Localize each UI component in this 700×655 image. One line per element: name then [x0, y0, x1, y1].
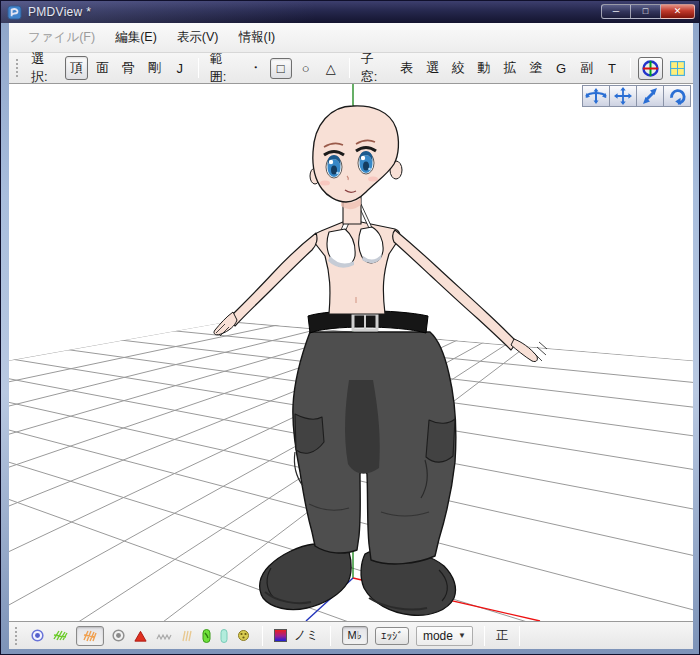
- 3d-viewport[interactable]: [9, 84, 693, 621]
- red-triangle-icon: [133, 629, 148, 643]
- yellow-flower-icon: [236, 628, 251, 643]
- subwin-motion-button[interactable]: 動: [473, 56, 496, 80]
- pmdview-window: PMDView * ─ □ ✕ ファイル(F) 編集(E) 表示(V) 情報(I…: [0, 0, 700, 655]
- orange-hatch-icon: [82, 629, 98, 643]
- gray-radio-toggle[interactable]: [111, 628, 126, 643]
- menu-bar: ファイル(F) 編集(E) 表示(V) 情報(I): [9, 23, 693, 53]
- close-button[interactable]: ✕: [661, 4, 695, 19]
- mode-dropdown-label: mode: [423, 629, 453, 643]
- mode-dropdown[interactable]: mode ▼: [416, 626, 473, 646]
- mb-toggle-button[interactable]: M♭: [342, 626, 368, 645]
- main-toolbar: 選択: 頂 面 骨 剛 J 範囲: ・ □ ○ △ 子窓: 表 選 絞 動 拡 …: [9, 53, 693, 84]
- zoom-view-button[interactable]: [636, 85, 664, 107]
- scene: [9, 84, 693, 621]
- tan-hatch-toggle[interactable]: [180, 629, 194, 643]
- zoom-arrow-icon: [641, 87, 659, 105]
- radio-gray-icon: [111, 628, 126, 643]
- range-triangle-button[interactable]: △: [320, 58, 342, 79]
- select-bone-button[interactable]: 骨: [117, 56, 140, 80]
- select-face-button[interactable]: 面: [91, 56, 114, 80]
- minimize-button[interactable]: ─: [601, 4, 631, 19]
- edge-toggle-button[interactable]: ｴｯｼﾞ: [375, 627, 409, 645]
- chevron-down-icon: ▼: [458, 631, 466, 640]
- toolbar-grip: [16, 59, 21, 77]
- rigid-display-toggle[interactable]: [133, 629, 148, 643]
- quad-view-icon: [669, 60, 686, 77]
- separator: [519, 626, 520, 646]
- nomi-label: ノミ: [294, 627, 319, 644]
- gray-zigzag-icon: [155, 629, 173, 643]
- subwin-expand-button[interactable]: 拡: [498, 56, 521, 80]
- radio-blue-icon: [30, 628, 45, 643]
- separator: [198, 58, 199, 78]
- select-label: 選択:: [27, 50, 62, 86]
- subwin-t-button[interactable]: T: [601, 58, 623, 79]
- rotate-icon: [667, 87, 687, 105]
- menu-view[interactable]: 表示(V): [168, 25, 228, 50]
- bottom-toolbar: ノミ M♭ ｴｯｼﾞ mode ▼ 正: [9, 621, 693, 649]
- app-icon: [7, 5, 22, 20]
- title-bar: PMDView * ─ □ ✕: [1, 1, 700, 23]
- subwin-display-button[interactable]: 表: [395, 56, 418, 80]
- separator: [330, 626, 331, 646]
- separator: [630, 58, 631, 78]
- menu-info[interactable]: 情報(I): [229, 25, 284, 50]
- subwindow-label: 子窓:: [357, 50, 392, 86]
- subwin-g-button[interactable]: G: [550, 58, 572, 79]
- select-vertex-button[interactable]: 頂: [65, 56, 88, 80]
- subwin-filter-button[interactable]: 絞: [447, 56, 470, 80]
- vertex-display-toggle[interactable]: [30, 628, 45, 643]
- select-rigid-button[interactable]: 剛: [143, 56, 166, 80]
- green-hatch-icon: [52, 628, 69, 643]
- subwin-paint-button[interactable]: 塗: [524, 56, 547, 80]
- trackball-icon: [641, 59, 660, 78]
- cyan-capsule-icon: [219, 628, 229, 644]
- range-label: 範囲:: [206, 50, 241, 86]
- view-nav-buttons: [583, 85, 691, 107]
- separator: [349, 58, 350, 78]
- color-swatch[interactable]: [274, 629, 287, 642]
- range-circle-button[interactable]: ○: [295, 58, 317, 79]
- yellow-flower-toggle[interactable]: [236, 628, 251, 643]
- cyan-capsule-toggle[interactable]: [219, 628, 229, 644]
- orange-hatch-toggle[interactable]: [76, 626, 104, 646]
- orbit-icon: [585, 87, 607, 105]
- tan-hatch-icon: [180, 629, 194, 643]
- separator: [484, 626, 485, 646]
- pan-icon: [613, 87, 633, 105]
- quad-view-button[interactable]: [666, 58, 689, 79]
- green-capsule-toggle[interactable]: [201, 628, 212, 644]
- select-joint-button[interactable]: J: [169, 58, 191, 79]
- separator: [262, 626, 263, 646]
- menu-file[interactable]: ファイル(F): [19, 25, 104, 50]
- maximize-button[interactable]: □: [631, 4, 661, 19]
- green-capsule-icon: [201, 628, 212, 644]
- subwin-select-button[interactable]: 選: [421, 56, 444, 80]
- trackball-toggle-button[interactable]: [638, 57, 663, 80]
- menu-edit[interactable]: 編集(E): [106, 25, 166, 50]
- bottombar-grip: [15, 627, 20, 645]
- pan-view-button[interactable]: [609, 85, 637, 107]
- character-model: [214, 106, 547, 615]
- window-title: PMDView *: [28, 5, 91, 19]
- rotate-view-button[interactable]: [663, 85, 691, 107]
- range-point-button[interactable]: ・: [244, 56, 267, 80]
- gray-zigzag-toggle[interactable]: [155, 629, 173, 643]
- view-direction-label[interactable]: 正: [496, 627, 508, 644]
- range-rect-button[interactable]: □: [270, 58, 292, 79]
- subwin-sub-button[interactable]: 副: [575, 56, 598, 80]
- orbit-view-button[interactable]: [582, 85, 610, 107]
- green-hatch-toggle[interactable]: [52, 628, 69, 643]
